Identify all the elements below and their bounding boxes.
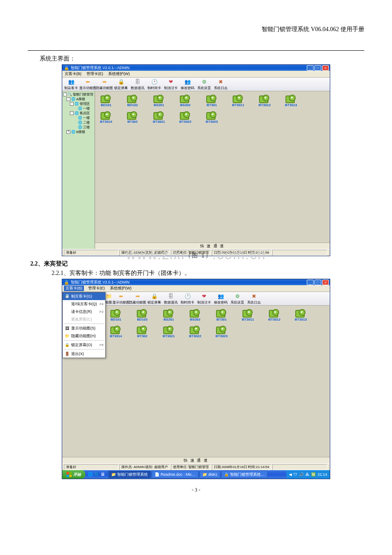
tree-toggle-icon[interactable]: -: [70, 102, 74, 106]
taskbar-item[interactable]: 📁智能门锁管理系统: [108, 471, 151, 478]
dropdown-item[interactable]: 🚪退出(X): [63, 350, 105, 358]
room-item[interactable]: BT3022: [187, 325, 204, 338]
tree-node[interactable]: -🔍智能门锁管理: [63, 92, 95, 97]
room-item[interactable]: BT302: [134, 325, 151, 338]
dropdown-item[interactable]: 📇制宾客卡(G): [63, 292, 105, 300]
ql-ie-icon[interactable]: 🌐: [88, 472, 93, 477]
make-guest-card-button[interactable]: 👥制宾客卡: [63, 78, 79, 90]
quick-channel-bar[interactable]: 快 速 通 道: [62, 457, 330, 463]
show-func-map-button[interactable]: ⬅显示功能图: [80, 78, 96, 90]
system-settings-label: 系统设置: [197, 86, 211, 90]
titlebar[interactable]: 🔒 智能门锁管理系统 V2.0.1--:ADMIN _ □ ×: [62, 279, 330, 285]
hide-func-map-button[interactable]: ➡隐藏功能图: [130, 293, 146, 305]
tray-left-icon[interactable]: ◀: [289, 472, 292, 477]
hide-func-map-button[interactable]: ➡隐藏功能图: [96, 78, 112, 90]
tree-toggle-icon[interactable]: +: [66, 130, 70, 134]
make-clean-card-button[interactable]: ❤制清洁卡: [163, 78, 179, 90]
room-item[interactable]: BT301: [213, 308, 230, 321]
system-settings-button[interactable]: ⚙系统设置: [229, 293, 245, 305]
make-time-card-button[interactable]: 🕐制时间卡: [179, 293, 196, 305]
room-item[interactable]: BS202: [187, 308, 204, 321]
titlebar[interactable]: 🔒 智能门锁管理系统 V2.0.1--:ADMIN _ □ ×: [62, 65, 330, 71]
tree-node[interactable]: -🌐管理区: [63, 101, 95, 106]
menu-system-maintain[interactable]: 系统维护(W): [107, 71, 131, 77]
tree-toggle-icon[interactable]: -: [66, 97, 70, 101]
ql-desktop-icon[interactable]: 🖥: [101, 472, 106, 477]
system-log-button[interactable]: ✖系统日志: [246, 293, 262, 305]
ql-media-icon[interactable]: 🔵: [94, 472, 99, 477]
dropdown-item[interactable]: 🖼显示功能图(S): [63, 324, 105, 332]
room-item[interactable]: BT3014: [98, 110, 115, 124]
room-item[interactable]: BD102: [134, 308, 151, 321]
room-item[interactable]: BT301: [203, 94, 220, 107]
room-item[interactable]: BT3011: [230, 94, 247, 107]
tree-panel[interactable]: -🔍智能门锁管理-🌐A座楼-🌐管理区🌐一楼-🌐客房区🌐一楼🌐二楼🌐三楼+🌐B座楼: [62, 91, 95, 249]
room-item[interactable]: BD101: [98, 94, 115, 107]
tree-node[interactable]: 🌐三楼: [63, 125, 95, 130]
tree-node[interactable]: 🌐一楼: [63, 116, 95, 120]
dropdown-separator: [63, 349, 104, 350]
dropdown-item[interactable]: 读卡信息(R)F2: [63, 308, 105, 315]
room-item[interactable]: BT3021: [150, 110, 167, 124]
room-item[interactable]: BS201: [160, 308, 177, 321]
tray-network-icon[interactable]: 🖧: [306, 472, 309, 477]
minimize-button[interactable]: _: [307, 65, 314, 71]
tree-node[interactable]: -🌐A座楼: [63, 97, 95, 101]
menu-system-maintain[interactable]: 系统维护(W): [109, 286, 133, 291]
dropdown-item[interactable]: 📁隐藏功能图(H): [63, 332, 105, 340]
system-settings-button[interactable]: ⚙系统设置: [196, 78, 212, 90]
show-func-map-button[interactable]: ⬅显示功能图: [113, 293, 129, 305]
menu-manage-card[interactable]: 管理卡(E): [87, 286, 106, 291]
maximize-button[interactable]: □: [314, 280, 321, 285]
make-clean-card-button[interactable]: ❤制清洁卡: [196, 293, 212, 305]
data-comm-button[interactable]: 🗄数据通讯: [130, 78, 146, 90]
menu-guest-card[interactable]: 宾客卡(B): [64, 71, 82, 77]
tree-node[interactable]: -🌐客房区: [63, 111, 95, 116]
taskbar-item[interactable]: 🔒智能门锁管理系统…: [221, 471, 268, 478]
taskbar-item[interactable]: 📄Readme.doc - Mic…: [152, 471, 199, 478]
tray-lang-icon[interactable]: 🈯: [311, 472, 316, 477]
tray-sound-icon[interactable]: 🔊: [299, 472, 304, 477]
room-item[interactable]: BT3014: [107, 325, 124, 338]
dropdown-item[interactable]: 退/续宾客卡(Q)F4: [63, 300, 105, 308]
room-item[interactable]: BT3013: [282, 94, 300, 107]
room-item[interactable]: BT3012: [256, 94, 273, 107]
room-item[interactable]: BS201: [150, 94, 167, 107]
room-item[interactable]: BT302: [124, 110, 141, 124]
room-item[interactable]: BT3021: [160, 325, 177, 338]
change-password-button[interactable]: 👥修改密码: [213, 293, 229, 305]
room-item[interactable]: BD102: [124, 94, 141, 107]
room-item[interactable]: BS202: [177, 94, 194, 107]
tree-node[interactable]: 🌐一楼: [63, 106, 95, 111]
taskbar-item[interactable]: 📁disk1: [199, 471, 220, 478]
room-item[interactable]: BT3013: [292, 308, 309, 321]
guest-card-dropdown[interactable]: 📇制宾客卡(G)退/续宾客卡(Q)F4读卡信息(R)F2更改房客(C)🖼显示功能…: [62, 292, 106, 358]
dropdown-item[interactable]: 🔒锁定屏幕(O)F5: [63, 341, 105, 349]
room-item[interactable]: BT3011: [239, 308, 257, 321]
menu-manage-card[interactable]: 管理卡(E): [86, 71, 104, 77]
start-button[interactable]: 开始: [62, 470, 85, 479]
change-password-button[interactable]: 👥修改密码: [179, 78, 196, 90]
room-item[interactable]: BT3023: [213, 325, 230, 338]
tree-node[interactable]: +🌐B座楼: [63, 130, 95, 134]
room-item[interactable]: BT3023: [203, 110, 220, 124]
close-button[interactable]: ×: [322, 65, 329, 71]
room-item[interactable]: BT3022: [177, 110, 194, 124]
maximize-button[interactable]: □: [314, 65, 321, 71]
minimize-button[interactable]: _: [307, 280, 314, 285]
tray-shield-icon[interactable]: 🛡: [294, 472, 297, 477]
system-settings-icon: ⚙: [201, 78, 208, 85]
close-button[interactable]: ×: [322, 280, 329, 285]
lock-screen-button[interactable]: 🔒锁定屏幕: [146, 293, 162, 305]
make-time-card-button[interactable]: 🕐制时间卡: [146, 78, 162, 90]
tree-toggle-icon[interactable]: -: [70, 111, 74, 115]
room-item[interactable]: BT3012: [266, 308, 283, 321]
menu-guest-card[interactable]: 宾客卡(B): [64, 286, 84, 291]
data-comm-button[interactable]: 🗄数据通讯: [163, 293, 179, 305]
lock-screen-button[interactable]: 🔒锁定屏幕: [113, 78, 129, 90]
room-item[interactable]: BD101: [107, 308, 124, 321]
system-log-button[interactable]: ✖系统日志: [213, 78, 229, 90]
tree-node[interactable]: 🌐二楼: [63, 120, 95, 125]
tree-toggle-icon[interactable]: -: [63, 92, 67, 96]
system-tray[interactable]: ◀ 🛡 🔊 🖧 🈯 21:14: [286, 470, 330, 479]
